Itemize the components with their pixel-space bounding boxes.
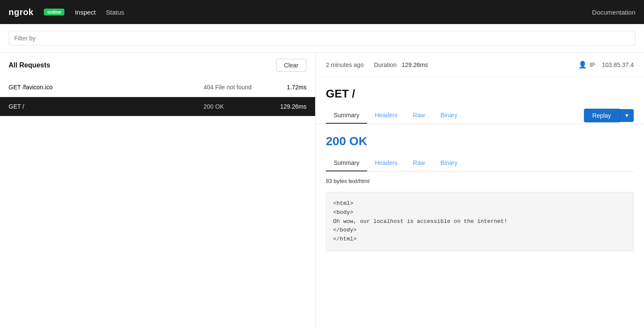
replay-btn-group: Replay ▼ <box>584 109 634 122</box>
request-tabs: Summary Headers Raw Binary <box>326 107 465 124</box>
request-meta: 2 minutes ago Duration 129.26ms 👤 IP 103… <box>316 53 644 77</box>
replay-dropdown-button[interactable]: ▼ <box>620 109 634 122</box>
request-tabs-row: Summary Headers Raw Binary Replay ▼ <box>316 107 644 124</box>
main-container: All Requests Clear GET /favicon.ico 404 … <box>0 24 644 329</box>
meta-time: 2 minutes ago <box>326 61 364 68</box>
nav-inspect[interactable]: Inspect <box>75 7 95 18</box>
request-title-area: GET / <box>316 77 644 107</box>
request-row-active[interactable]: GET / 200 OK 129.26ms <box>0 97 315 116</box>
request-row[interactable]: GET /favicon.ico 404 File not found 1.72… <box>0 78 315 97</box>
meta-ip-area: 👤 IP 103.85.37.4 <box>578 61 634 69</box>
left-panel: All Requests Clear GET /favicon.ico 404 … <box>0 53 316 329</box>
request-duration: 129.26ms <box>272 103 307 110</box>
meta-ip-value: 103.85.37.4 <box>602 61 634 68</box>
meta-ip-label: IP <box>589 61 595 68</box>
response-area: 200 OK Summary Headers Raw Binary 83 byt… <box>316 124 644 251</box>
online-badge: online <box>44 9 64 15</box>
content-area: All Requests Clear GET /favicon.ico 404 … <box>0 53 644 329</box>
tab-request-raw[interactable]: Raw <box>405 107 433 124</box>
response-tabs-row: Summary Headers Raw Binary <box>326 155 634 172</box>
request-method-path: GET / <box>9 103 204 110</box>
request-method-path: GET /favicon.ico <box>9 84 204 91</box>
navbar: ngrok online Inspect Status Documentatio… <box>0 0 644 24</box>
tab-request-headers[interactable]: Headers <box>367 107 405 124</box>
docs-link[interactable]: Documentation <box>592 9 635 16</box>
brand-logo: ngrok <box>9 7 33 17</box>
right-panel: 2 minutes ago Duration 129.26ms 👤 IP 103… <box>316 53 644 329</box>
tab-response-raw[interactable]: Raw <box>405 155 433 171</box>
filter-bar <box>0 24 644 53</box>
requests-title: All Requests <box>9 61 50 69</box>
tab-request-summary[interactable]: Summary <box>326 107 367 124</box>
replay-button[interactable]: Replay <box>584 109 620 122</box>
user-icon: 👤 <box>578 61 587 69</box>
requests-header: All Requests Clear <box>0 53 315 78</box>
meta-duration-value: 129.26ms <box>402 61 428 68</box>
filter-input[interactable] <box>9 31 635 46</box>
clear-button[interactable]: Clear <box>276 59 307 72</box>
nav-status[interactable]: Status <box>106 7 125 18</box>
tab-request-binary[interactable]: Binary <box>433 107 465 124</box>
tab-response-headers[interactable]: Headers <box>367 155 405 171</box>
request-list: GET /favicon.ico 404 File not found 1.72… <box>0 78 315 329</box>
request-status: 404 File not found <box>204 84 272 91</box>
request-title: GET / <box>326 87 355 100</box>
tab-response-summary[interactable]: Summary <box>326 155 367 171</box>
meta-duration-label: Duration <box>374 61 397 68</box>
tab-response-binary[interactable]: Binary <box>433 155 465 171</box>
meta-duration: Duration 129.26ms <box>374 61 428 68</box>
response-meta-info: 83 bytes text/html <box>326 172 634 189</box>
response-body: <html> <body> Oh wow, our localhost is a… <box>326 192 634 251</box>
request-status: 200 OK <box>204 103 272 110</box>
request-duration: 1.72ms <box>272 84 307 91</box>
response-status: 200 OK <box>326 134 634 148</box>
